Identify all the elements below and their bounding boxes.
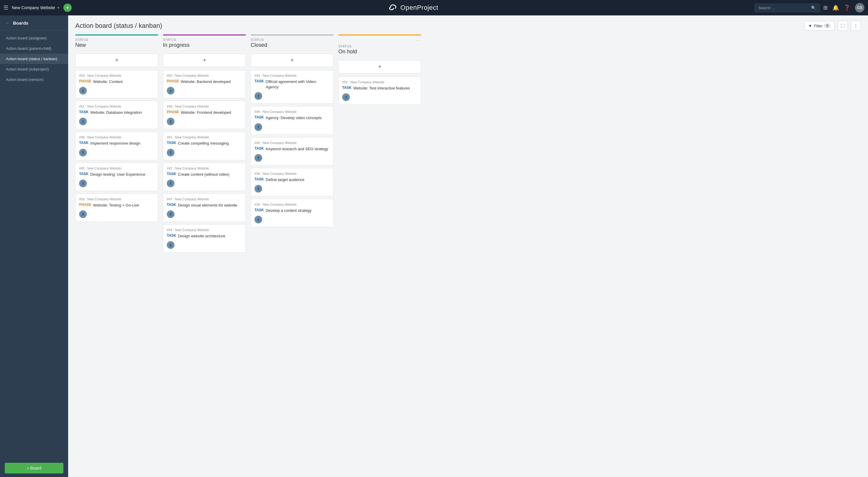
card-name: Design testing: User Experience <box>90 172 146 177</box>
project-name-text: New Company Website <box>12 5 55 10</box>
card-type: TASK <box>342 86 352 90</box>
more-options-button[interactable]: ⋮ <box>851 21 861 31</box>
card-type: TASK <box>167 234 176 238</box>
card-49[interactable]: #49 · New Company Website PHASE Website:… <box>163 101 246 129</box>
card-meta: #41 · New Company Website <box>167 136 242 139</box>
card-52[interactable]: #52 · New Company Website TASK Website: … <box>338 77 421 105</box>
card-41[interactable]: #41 · New Company Website TASK Create co… <box>163 131 246 160</box>
user-avatar[interactable]: CG <box>855 3 864 12</box>
card-number: #53 <box>79 74 85 77</box>
card-title-row: TASK Design website architecture <box>167 234 242 239</box>
card-project: · New Company Website <box>348 80 384 84</box>
card-name: Website: Backend developed <box>181 79 230 84</box>
card-44[interactable]: #44 · New Company Website TASK Design we… <box>163 224 246 253</box>
card-number: #43 <box>254 74 260 77</box>
card-avatar: 👤 <box>167 149 175 156</box>
column-dots: ··· <box>338 38 421 43</box>
card-type: TASK <box>254 79 264 83</box>
add-card-button[interactable]: + <box>251 54 334 67</box>
card-name: Design visual elements for website <box>178 203 237 208</box>
card-avatar: 👤 <box>254 92 262 100</box>
add-card-button[interactable]: + <box>75 54 158 67</box>
card-46[interactable]: #46 · New Company Website TASK Implement… <box>75 131 158 160</box>
add-card-button[interactable]: + <box>338 60 421 73</box>
card-54[interactable]: #54 · New Company Website PHASE Website:… <box>75 193 158 222</box>
card-project: · New Company Website <box>85 105 121 108</box>
fullscreen-button[interactable]: ⛶ <box>838 21 848 31</box>
card-avatar: 👤 <box>79 118 87 125</box>
logo-area: OpenProject <box>75 4 751 12</box>
filter-count: 0 <box>824 23 830 28</box>
filter-button[interactable]: ▼ Filter 0 <box>804 21 835 31</box>
card-project: · New Company Website <box>173 74 209 77</box>
card-40[interactable]: #40 · New Company Website TASK Keyword r… <box>251 137 334 166</box>
card-meta: #47 · New Company Website <box>167 197 242 201</box>
card-45[interactable]: #45 · New Company Website TASK Design te… <box>75 163 158 191</box>
card-meta: #44 · New Company Website <box>167 228 242 232</box>
more-icon: ⋮ <box>854 23 858 28</box>
card-title-row: TASK Design visual elements for website <box>167 203 242 208</box>
column-closed: Status Closed + #43 · New Company Websit… <box>251 34 334 230</box>
sidebar-item-version[interactable]: Action board (version) <box>0 74 68 85</box>
card-project: · New Company Website <box>173 136 209 139</box>
bell-icon[interactable]: 🔔 <box>832 4 839 11</box>
card-project: · New Company Website <box>261 172 297 175</box>
card-39[interactable]: #39 · New Company Website TASK Develop a… <box>251 199 334 227</box>
card-name: Website: Test interactive features <box>353 86 410 91</box>
sidebar-item-status-kanban[interactable]: Action board (status / kanban) <box>0 54 68 64</box>
grid-icon[interactable]: ⊞ <box>823 4 828 11</box>
add-board-button[interactable]: + Board <box>5 463 63 473</box>
card-meta: #42 · New Company Website <box>167 167 242 170</box>
card-project: · New Company Website <box>85 74 121 77</box>
card-project: · New Company Website <box>173 105 209 108</box>
card-name: Website: Testing + Go-Live <box>93 203 139 208</box>
card-project: · New Company Website <box>85 136 121 139</box>
sidebar-header: ← Boards <box>0 16 68 31</box>
sidebar-item-subproject[interactable]: Action board (subproject) <box>0 64 68 74</box>
sidebar-item-assignee[interactable]: Action board (assignee) <box>0 33 68 43</box>
card-number: #38 <box>254 172 260 175</box>
add-card-button[interactable]: + <box>163 54 246 67</box>
search-box[interactable]: Search ... 🔍 <box>754 4 820 12</box>
card-47[interactable]: #47 · New Company Website TASK Design vi… <box>163 193 246 222</box>
card-title-row: TASK Implement responsive design <box>79 141 154 146</box>
card-42[interactable]: #42 · New Company Website TASK Create co… <box>163 163 246 191</box>
card-meta: #54 · New Company Website <box>79 197 154 201</box>
column-bar <box>251 34 334 35</box>
card-meta: #52 · New Company Website <box>342 80 417 84</box>
search-icon: 🔍 <box>811 6 816 10</box>
project-selector[interactable]: New Company Website ▼ <box>12 5 60 10</box>
card-number: #48 <box>254 110 260 114</box>
card-53[interactable]: #53 · New Company Website PHASE Website:… <box>75 70 158 98</box>
card-project: · New Company Website <box>261 74 297 77</box>
search-placeholder: Search ... <box>758 6 775 10</box>
hamburger-icon[interactable]: ☰ <box>4 4 8 11</box>
column-bar <box>163 34 246 35</box>
sidebar-item-parent-child[interactable]: Action board (parent-child) <box>0 43 68 54</box>
card-meta: #50 · New Company Website <box>167 74 242 77</box>
card-number: #50 <box>167 74 172 77</box>
help-icon[interactable]: ❓ <box>844 4 850 11</box>
card-project: · New Company Website <box>173 167 209 170</box>
card-meta: #39 · New Company Website <box>254 203 330 206</box>
card-43[interactable]: #43 · New Company Website TASK Official … <box>251 70 334 104</box>
add-button[interactable]: + <box>63 4 72 12</box>
card-48[interactable]: #48 · New Company Website TASK Agency: D… <box>251 106 334 135</box>
column-more-icon[interactable]: ··· <box>415 38 421 43</box>
card-type: TASK <box>79 110 89 114</box>
card-meta: #46 · New Company Website <box>79 136 154 139</box>
page-title: Action board (status / kanban) <box>75 22 162 30</box>
card-avatar: 👤 <box>79 149 87 156</box>
card-38[interactable]: #38 · New Company Website TASK Define ta… <box>251 168 334 197</box>
card-number: #41 <box>167 136 172 139</box>
card-50[interactable]: #50 · New Company Website PHASE Website:… <box>163 70 246 98</box>
card-avatar: 👤 <box>79 210 87 218</box>
card-number: #54 <box>79 197 85 201</box>
card-title-row: TASK Develop a content strategy <box>254 208 330 213</box>
card-51[interactable]: #51 · New Company Website TASK Website: … <box>75 101 158 129</box>
card-number: #39 <box>254 203 260 206</box>
card-project: · New Company Website <box>173 228 209 232</box>
main-content: Action board (status / kanban) ▼ Filter … <box>68 16 868 477</box>
card-project: · New Company Website <box>85 167 121 170</box>
back-arrow-icon[interactable]: ← <box>5 20 10 26</box>
